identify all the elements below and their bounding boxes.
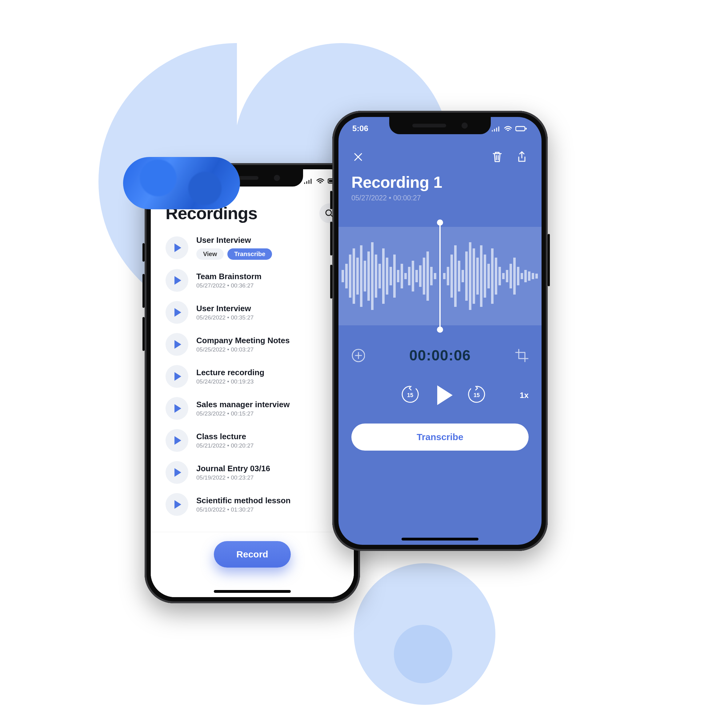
svg-rect-16	[378, 264, 381, 288]
svg-rect-31	[434, 273, 436, 279]
share-icon	[516, 151, 528, 163]
recording-item[interactable]: Company Meeting Notes05/25/2022 • 00:03:…	[166, 329, 339, 359]
transcribe-button[interactable]: Transcribe	[351, 424, 529, 451]
play-icon	[175, 243, 181, 252]
recording-title: User Interview	[196, 235, 272, 245]
recording-item[interactable]: Scientific method lesson05/10/2022 • 01:…	[166, 489, 339, 520]
view-button[interactable]: View	[196, 248, 224, 260]
skip-forward-icon: 15	[467, 386, 486, 405]
record-button[interactable]: Record	[214, 541, 291, 567]
play-button[interactable]	[166, 236, 188, 259]
play-icon	[175, 276, 181, 285]
wifi-icon	[316, 178, 325, 184]
svg-rect-29	[427, 252, 429, 301]
play-button[interactable]	[166, 269, 188, 292]
svg-rect-4	[516, 127, 525, 131]
share-button[interactable]	[515, 150, 529, 164]
svg-rect-34	[451, 255, 453, 298]
svg-rect-28	[423, 258, 425, 294]
svg-rect-39	[469, 242, 472, 310]
svg-rect-38	[465, 252, 468, 301]
recording-item[interactable]: Class lecture05/21/2022 • 00:20:27	[166, 425, 339, 456]
svg-rect-54	[524, 270, 527, 282]
delete-button[interactable]	[490, 150, 504, 164]
status-time: 5:06	[352, 124, 368, 133]
recording-subtitle: 05/23/2022 • 00:15:27	[196, 410, 289, 417]
svg-rect-43	[484, 255, 486, 298]
svg-text:15: 15	[407, 392, 413, 398]
recording-item[interactable]: Lecture recording05/24/2022 • 00:19:23	[166, 361, 339, 392]
recording-item[interactable]: User Interview View Transcribe	[166, 232, 339, 264]
recording-subtitle: 05/10/2022 • 01:30:27	[196, 506, 291, 513]
svg-rect-35	[454, 245, 457, 307]
recording-item[interactable]: Journal Entry 03/1605/19/2022 • 00:23:27	[166, 457, 339, 487]
svg-rect-32	[443, 273, 446, 279]
play-button[interactable]	[166, 493, 188, 516]
play-icon	[175, 404, 181, 413]
recording-item[interactable]: User Interview05/26/2022 • 00:35:27	[166, 297, 339, 327]
recording-title: Lecture recording	[196, 368, 264, 377]
play-icon	[175, 308, 181, 317]
svg-rect-46	[495, 258, 497, 294]
svg-rect-17	[382, 248, 384, 304]
close-button[interactable]	[351, 150, 365, 164]
svg-rect-37	[461, 270, 464, 282]
recording-subtitle: 05/24/2022 • 00:19:23	[196, 378, 264, 385]
recording-item[interactable]: Sales manager interview05/23/2022 • 00:1…	[166, 393, 339, 424]
play-button[interactable]	[166, 461, 188, 484]
transcribe-button[interactable]: Transcribe	[228, 248, 272, 260]
svg-rect-45	[491, 248, 494, 304]
play-button[interactable]	[166, 365, 188, 388]
recording-subtitle: 05/27/2022 • 00:00:27	[351, 194, 529, 202]
svg-rect-15	[375, 255, 377, 298]
add-marker-button[interactable]	[351, 349, 365, 362]
svg-rect-11	[360, 245, 362, 307]
playhead[interactable]	[439, 223, 441, 330]
recording-subtitle: 05/21/2022 • 00:20:27	[196, 442, 253, 449]
play-button[interactable]	[166, 397, 188, 420]
home-indicator[interactable]	[214, 590, 291, 593]
svg-rect-57	[535, 274, 538, 279]
recording-title: Sales manager interview	[196, 400, 289, 409]
svg-rect-10	[356, 258, 359, 294]
play-button[interactable]	[434, 385, 453, 405]
skip-back-icon: 15	[401, 386, 420, 405]
recording-title: Company Meeting Notes	[196, 336, 289, 345]
play-button[interactable]	[166, 301, 188, 324]
recording-title: Team Brainstorm	[196, 272, 262, 281]
svg-rect-5	[526, 128, 527, 130]
svg-rect-8	[349, 255, 351, 298]
recording-title: Scientific method lesson	[196, 496, 291, 505]
skip-back-button[interactable]: 15	[400, 385, 420, 405]
play-icon	[175, 500, 181, 509]
plus-circle-icon	[351, 348, 365, 363]
svg-rect-51	[513, 258, 516, 294]
svg-rect-13	[368, 252, 370, 301]
play-icon	[175, 468, 181, 477]
recording-item[interactable]: Team Brainstorm05/27/2022 • 00:36:27	[166, 265, 339, 296]
play-button[interactable]	[166, 429, 188, 452]
crop-button[interactable]	[515, 349, 529, 362]
skip-forward-button[interactable]: 15	[467, 385, 487, 405]
svg-rect-19	[390, 267, 392, 285]
home-indicator[interactable]	[401, 538, 478, 540]
play-icon	[437, 385, 453, 405]
playback-speed-button[interactable]: 1x	[520, 391, 529, 400]
footer: Record	[151, 532, 354, 597]
svg-rect-25	[412, 261, 414, 291]
phone-recordings: 9:41 Recordings User Interview View	[145, 163, 360, 603]
play-icon	[175, 436, 181, 445]
play-icon	[175, 372, 181, 381]
recording-subtitle: 05/19/2022 • 00:23:27	[196, 474, 270, 481]
signal-icon	[491, 125, 500, 132]
decorative-blob	[123, 157, 240, 209]
close-icon	[353, 152, 363, 162]
play-button[interactable]	[166, 333, 188, 356]
play-icon	[175, 340, 181, 349]
battery-icon	[515, 125, 528, 132]
recording-title: Recording 1	[351, 173, 529, 192]
svg-rect-6	[342, 270, 344, 282]
waveform[interactable]	[338, 227, 541, 325]
svg-rect-21	[397, 270, 399, 282]
svg-rect-50	[509, 264, 512, 288]
